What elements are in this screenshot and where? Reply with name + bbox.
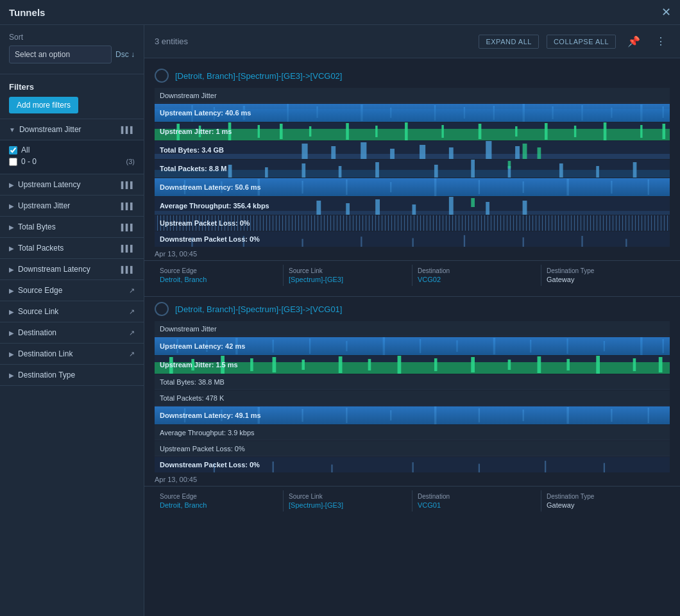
metric-downstream-jitter-2: Downstream Jitter (155, 321, 670, 337)
filter-item-upstream-jitter[interactable]: ▶ Upstream Jitter ▌▌▌ (0, 196, 144, 217)
svg-rect-139 (545, 461, 546, 472)
metric-label: Total Packets: 478 K (160, 394, 224, 402)
svg-rect-109 (273, 357, 276, 372)
expand-all-button[interactable]: EXPAND ALL (479, 35, 538, 49)
chart-svg-upstream-jitter-2 (155, 356, 670, 374)
metric-label: Downstream Jitter (160, 92, 217, 99)
svg-rect-41 (449, 147, 454, 159)
svg-rect-29 (515, 126, 517, 137)
filter-item-source-link[interactable]: ▶ Source Link ↗ (0, 301, 144, 322)
chevron-right-icon: ▶ (9, 245, 14, 252)
footer-value-source-link-1[interactable]: [Spectrum]-[GE3] (289, 276, 407, 283)
chart-downstream-packet-loss-1: Downstream Packet Loss: 0% (155, 231, 670, 247)
chart-icon: ▌▌▌ (121, 181, 135, 188)
svg-rect-44 (523, 144, 527, 159)
chart-svg-total-packets-1 (155, 160, 670, 178)
filter-checkbox-all[interactable] (9, 146, 17, 154)
svg-rect-57 (633, 162, 637, 178)
svg-rect-111 (339, 356, 343, 373)
tunnel-select-circle-2[interactable] (155, 302, 169, 316)
svg-rect-110 (302, 360, 305, 370)
svg-rect-49 (302, 163, 305, 178)
metric-avg-throughput-2: Average Throughput: 3.9 kbps (155, 425, 670, 440)
svg-rect-80 (191, 237, 192, 247)
chart-svg-avg-throughput-1 (155, 197, 670, 215)
svg-rect-52 (434, 165, 438, 178)
svg-rect-38 (361, 142, 366, 159)
tunnel-timestamp-1: Apr 13, 00:45 (144, 247, 680, 258)
tunnels-list: [Detroit, Branch]-[Spectrum]-[GE3]->[VCG… (144, 58, 680, 616)
filter-item-downstream-latency[interactable]: ▶ Downstream Latency ▌▌▌ (0, 259, 144, 280)
filter-item-source-edge[interactable]: ▶ Source Edge ↗ (0, 280, 144, 301)
entities-count: 3 entities (155, 37, 471, 46)
svg-rect-113 (398, 356, 402, 374)
filter-option-0-0-label: 0 - 0 (21, 157, 37, 166)
svg-rect-120 (633, 358, 636, 371)
svg-rect-43 (515, 146, 520, 159)
footer-source-link-2: Source Link [Spectrum]-[GE3] (284, 490, 412, 512)
svg-rect-42 (486, 141, 491, 159)
footer-value-destination-1[interactable]: VCG02 (418, 276, 536, 283)
filter-checkbox-0-0[interactable] (9, 158, 17, 166)
footer-destination-1: Destination VCG02 (412, 265, 541, 286)
svg-rect-31 (574, 126, 576, 137)
tunnel-charts-1: Downstream Jitter (144, 88, 680, 247)
filter-item-upstream-latency[interactable]: ▶ Upstream Latency ▌▌▌ (0, 174, 144, 196)
sort-select[interactable]: Select an option (9, 46, 112, 63)
svg-rect-47 (228, 165, 232, 178)
filter-item-destination-link[interactable]: ▶ Destination Link ↗ (0, 344, 144, 365)
filter-item-total-packets[interactable]: ▶ Total Packets ▌▌▌ (0, 238, 144, 259)
filter-group-downstream-jitter: ▼ Downstream Jitter ▌▌▌ All 0 - 0 (3) (0, 119, 144, 174)
svg-rect-119 (596, 356, 600, 374)
chart-icon: ▌▌▌ (121, 245, 135, 252)
filter-label: Upstream Latency (18, 180, 117, 189)
footer-value-destination-2[interactable]: VCG01 (418, 501, 536, 509)
chart-icon: ▌▌▌ (121, 126, 135, 133)
sort-direction[interactable]: Dsc ↓ (115, 50, 135, 59)
external-link-icon: ↗ (129, 308, 135, 316)
add-filters-button[interactable]: Add more filters (9, 97, 78, 113)
close-button[interactable]: ✕ (661, 5, 671, 19)
external-link-icon: ↗ (129, 287, 135, 295)
collapse-all-button[interactable]: COLLAPSE ALL (547, 35, 616, 49)
chevron-right-icon: ▶ (9, 308, 14, 315)
tunnel-footer-2: Source Edge Detroit, Branch Source Link … (144, 486, 680, 517)
filter-item-total-bytes[interactable]: ▶ Total Bytes ▌▌▌ (0, 217, 144, 238)
tunnel-timestamp-2: Apr 13, 00:45 (144, 473, 680, 483)
svg-rect-37 (331, 146, 336, 159)
more-options-button[interactable]: ⋮ (652, 34, 670, 49)
chevron-right-icon: ▶ (9, 329, 14, 337)
external-link-icon: ↗ (129, 329, 135, 337)
footer-value-source-link-2[interactable]: [Spectrum]-[GE3] (289, 501, 407, 509)
footer-value-source-edge-1[interactable]: Detroit, Branch (160, 276, 278, 283)
filter-item-destination[interactable]: ▶ Destination ↗ (0, 322, 144, 344)
chart-total-bytes-1: Total Bytes: 3.4 GB (155, 141, 670, 159)
footer-value-source-edge-2[interactable]: Detroit, Branch (160, 501, 278, 509)
svg-rect-75 (412, 204, 416, 215)
filter-label: Total Bytes (18, 222, 117, 231)
tunnel-title-2[interactable]: [Detroit, Branch]-[Spectrum]-[GE3]->[VCG… (175, 304, 342, 314)
svg-rect-74 (375, 199, 380, 215)
svg-rect-135 (273, 462, 274, 472)
filter-label: Upstream Jitter (18, 201, 117, 210)
tunnel-select-circle-1[interactable] (155, 69, 169, 83)
filter-item-destination-type[interactable]: ▶ Destination Type (0, 365, 144, 386)
blue-bar (155, 406, 670, 424)
noise-pattern (155, 215, 670, 231)
metric-total-bytes-2: Total Bytes: 38.8 MB (155, 374, 670, 390)
svg-rect-45 (538, 147, 541, 159)
svg-rect-24 (346, 123, 349, 140)
chevron-right-icon: ▶ (9, 203, 14, 210)
chart-total-packets-1: Total Packets: 8.8 M (155, 160, 670, 178)
footer-destination-2: Destination VCG01 (412, 490, 541, 512)
svg-rect-115 (471, 357, 475, 372)
footer-destination-type-1: Destination Type Gateway (541, 265, 670, 286)
filter-item-downstream-jitter[interactable]: ▼ Downstream Jitter ▌▌▌ (0, 119, 144, 140)
chart-svg-total-bytes-1 (155, 141, 670, 159)
chart-icon: ▌▌▌ (121, 266, 135, 273)
main-content: 3 entities EXPAND ALL COLLAPSE ALL 📌 ⋮ [… (144, 25, 680, 616)
tunnel-title-1[interactable]: [Detroit, Branch]-[Spectrum]-[GE3]->[VCG… (175, 71, 342, 81)
pin-button[interactable]: 📌 (624, 34, 644, 49)
svg-rect-73 (346, 203, 350, 215)
svg-rect-35 (155, 154, 670, 159)
